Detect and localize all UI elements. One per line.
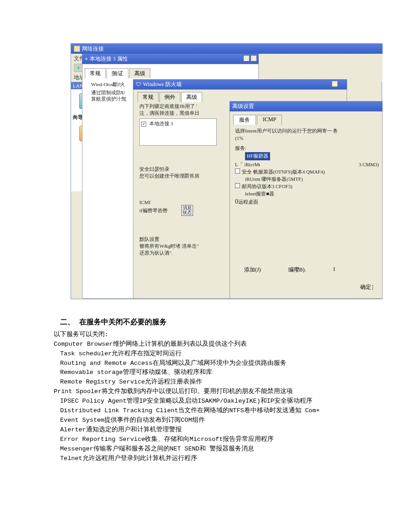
doc-l1: 以下服务可以关闭: [54,330,373,340]
props-tabs: 常规 |验证 高级 [85,68,151,78]
adv-tabs: 服务 ICMP [233,115,283,125]
firewall-tabs: 常规 例外 高级 [138,92,203,102]
props-fw-line3: 算航景俱护汁驾 [91,96,126,102]
doc-l4: Routing and Remote Access在局域网以及广域网环境中为企业… [54,359,373,368]
edit-button[interactable]: 编璎B). [288,266,306,274]
netconn-title: 网络连接 [82,45,104,53]
adv-title: 高级设置 [232,103,254,109]
svc-row6[interactable]: 远程桌面 [238,199,258,205]
screenshot-region: 网络连接 文件 (F 后退 地址 (D LAN 向导 + 本地连接 3 属性 ?… [71,43,382,299]
doc-l3: Task scheduler允许程序在指定时间运行 [54,349,373,359]
doc-l7: Print Spooler将文件加载到内存中以便以后打印。要用打印机的朋友不能禁… [54,387,373,397]
tab-advanced[interactable]: 高级 [129,68,150,78]
doc-l13: Messenger传输客户端和服务器之间的NET SEND和 警报器服务消息 [54,445,373,454]
connection-list[interactable]: ✓ 本地连接 3 [139,118,217,146]
stamp-icon: 消息 状态 [181,205,193,216]
shield-icon: 🛡 [136,81,141,88]
doc-l5: Removable storage管理可移动媒体、驱动程序和库 [54,368,373,378]
firewall-titlebar: 🛡 Windows 防火墙 X [133,79,347,89]
firewall-close[interactable]: X [332,81,338,87]
doc-l9: Distributed Link Tracking Client当文件在网络域的… [54,406,373,416]
ok-button[interactable]: 确定 | [360,283,373,291]
adv-hint1: 诋择Intent用户可以访问的运行于您的网寄一 务 [235,128,379,135]
document-text: 二、 在服务中关闭不必要的服务 以下服务可以关闭: Computer Brows… [54,316,373,464]
close-button[interactable]: X [250,55,257,61]
svc-row1b: 3 CMM3) [359,161,379,169]
fw-tab-except[interactable]: 例外 [159,92,180,102]
doc-l14: Telnet允许远程用户登录到此计算机并运行程序 [54,454,373,464]
svc-row1a[interactable]: L「 iRtcrMt [235,161,260,169]
svc-row4[interactable]: 邮局协议版本3 CFOF3) [242,184,292,189]
doc-l6: Remote Registry Service允许远程注册表操作 [54,378,373,387]
svc-label: 服务: [235,145,379,152]
props-title: 本地连接 3 属性 [90,55,128,63]
plus-icon: + [85,56,88,62]
conn-item[interactable]: 本地连接 3 [149,121,173,126]
adv-inner: 诋择Intent用户可以访问的运行于您的网寄一 务 (1% 服务: HF服碧器 … [235,128,379,207]
fw-tab-general[interactable]: 常规 [138,92,158,102]
zero-prefix: 0 [235,198,238,205]
props-titlebar: + 本地连接 3 属性 ? X [82,54,259,64]
doc-l2: Computer Browser维护网络上计算机的最新列表以及提供这个列表 [54,340,373,349]
checkbox-icon[interactable] [235,183,240,188]
props-fw-line1: Wind-Otos斷f火 [91,81,125,88]
svc-row3[interactable]: iRUrntt 哪怦服备器(5MTF) [245,176,379,183]
folder-icon [74,46,80,52]
svc-row2[interactable]: 安全 帆服策器(OTNFS)版本4 QMAF4) [242,169,325,174]
window-controls: ? X [243,55,257,61]
checkbox-icon[interactable]: ✓ [141,122,146,127]
del-button[interactable]: I [333,266,335,274]
doc-l12: Error Reporting Service收集、存储和向Microsoft报… [54,435,373,445]
doc-l10: Event System提供事件的自动发布到订阅COM组件 [54,416,373,425]
adv-tab-svc[interactable]: 服务 [233,115,256,125]
adv-buttons: 添加(J) 编璎B). I [244,266,381,274]
adv-tab-icmp[interactable]: ICMP [257,115,282,125]
tab-auth[interactable]: |验证 [107,68,128,78]
icmp-text: if褊罾琴咨罾 [139,207,168,214]
section-heading: 二、 在服务中关闭不必要的服务 [60,317,373,328]
firewall-title: Windows 防火墙 [143,81,182,88]
doc-l8: IPSEC Policy Agent管理IP安全策略以及启动ISAKMP/Oak… [54,397,373,406]
add-button[interactable]: 添加(J) [244,266,261,274]
back-icon[interactable] [74,64,83,72]
tab-general[interactable]: 常规 [85,68,106,78]
adv-titlebar: 高级设置 [230,101,383,111]
help-button[interactable]: ? [243,55,250,61]
svc-selected[interactable]: HF服碧器 [245,152,270,160]
netconn-titlebar: 网络连接 [71,44,383,54]
props-fw-line2: 通过阻制或防U [91,89,125,96]
adv-hint2: (1% [235,135,379,142]
firewall-controls: X [332,81,345,87]
svc-row5[interactable]: lelnet服壹■器 [245,190,379,198]
fw-tab-adv[interactable]: 高级 [181,92,202,102]
doc-l11: Alerter通知选定的用户和计算机管理警报 [54,425,373,435]
checkbox-icon[interactable] [235,169,240,174]
